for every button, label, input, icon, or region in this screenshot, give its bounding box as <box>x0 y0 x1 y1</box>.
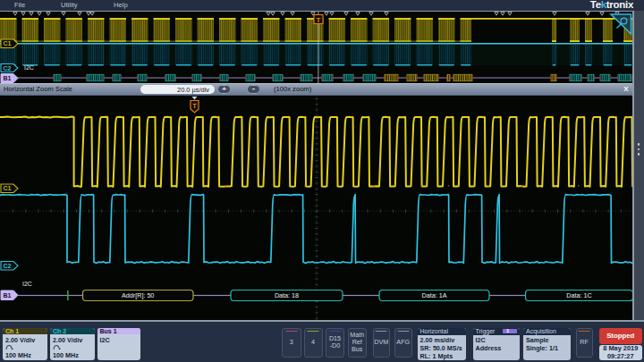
svg-text:Data: 1C: Data: 1C <box>566 291 591 299</box>
svg-text:T: T <box>317 15 321 23</box>
svg-text:Data: 18: Data: 18 <box>275 291 299 299</box>
svg-text:I2C: I2C <box>24 63 34 70</box>
svg-text:C2: C2 <box>4 64 12 71</box>
svg-text:Data: 1A: Data: 1A <box>422 291 447 299</box>
svg-text:T: T <box>192 102 197 110</box>
svg-text:I2C: I2C <box>22 281 32 287</box>
svg-text:B1: B1 <box>4 75 12 81</box>
svg-text:C1: C1 <box>4 40 12 46</box>
svg-text:Addr[R]: 50: Addr[R]: 50 <box>122 291 154 299</box>
svg-text:C2: C2 <box>4 263 12 269</box>
svg-text:C1: C1 <box>4 185 12 191</box>
svg-text:B1: B1 <box>4 292 12 299</box>
